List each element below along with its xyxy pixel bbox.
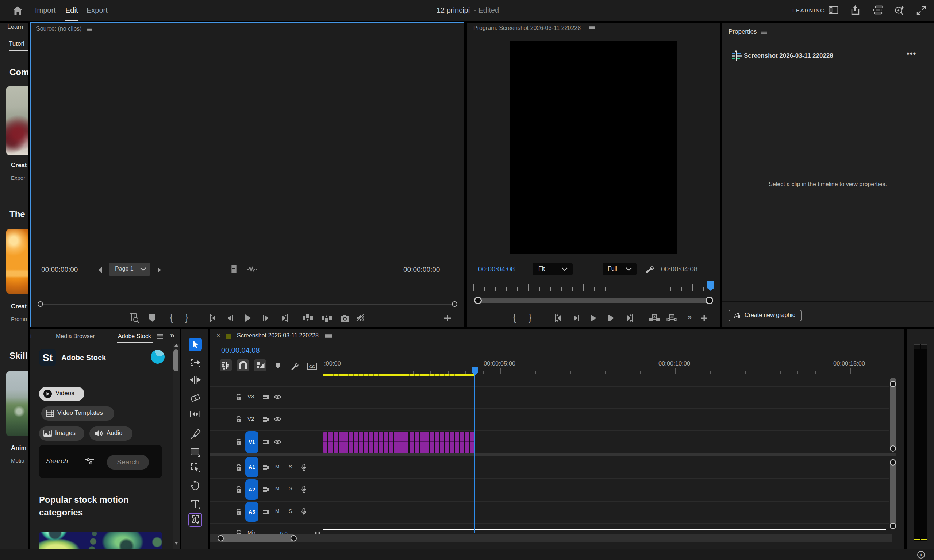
svg-text:CC: CC: [309, 365, 315, 369]
